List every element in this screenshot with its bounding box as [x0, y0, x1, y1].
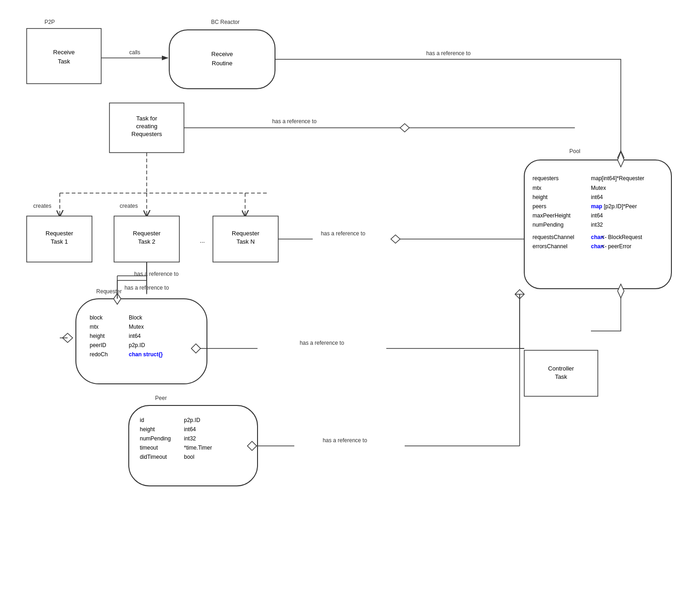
- peer-f3-type: int32: [184, 435, 196, 442]
- req-f3-type: int64: [129, 333, 141, 339]
- peer-f2-type: int64: [184, 426, 196, 433]
- rtn-label2: Task N: [236, 238, 255, 245]
- req-f1-name: block: [90, 314, 103, 321]
- rt1-label2: Task 1: [51, 238, 68, 245]
- pool-f7-type-rest: <- BlockRequest: [602, 234, 642, 240]
- rt2-label1: Requester: [133, 230, 161, 237]
- pool-label: Pool: [569, 148, 580, 154]
- peer-f5-type: bool: [184, 454, 195, 460]
- pool-f4-name: peers: [533, 203, 546, 210]
- peer-f4-type: *time.Timer: [184, 445, 212, 451]
- diamond-3: [391, 235, 400, 243]
- ref-label-routine-pool: has a reference to: [426, 50, 471, 57]
- receive-task-node: [27, 29, 101, 84]
- req-f4-name: peerID: [90, 342, 106, 348]
- receive-routine-node: [169, 30, 275, 89]
- peer-f4-name: timeout: [140, 445, 158, 451]
- peer-f3-name: numPending: [140, 435, 171, 442]
- receive-routine-label2: Routine: [212, 60, 233, 67]
- pool-f4-type-rest: [p2p.ID]*Peer: [604, 203, 637, 210]
- task-creating-label3: Requesters: [132, 131, 162, 137]
- pool-f8-type-rest: <- peerError: [602, 243, 631, 250]
- diagram-container: P2P Receive Task BC Reactor Receive Rout…: [0, 0, 699, 616]
- req-f2-name: mtx: [90, 324, 98, 330]
- receive-task-label: Receive: [53, 49, 75, 56]
- pool-f1-type: map[int64]*Requester: [591, 175, 644, 182]
- req-f2-type: Mutex: [129, 324, 144, 330]
- ctrl-label2: Task: [555, 373, 567, 380]
- pool-f6-name: numPending: [533, 222, 563, 228]
- ctrl-label1: Controller: [548, 365, 574, 372]
- req-f5-type-blue: chan struct{}: [129, 351, 163, 358]
- diamond-2: [400, 124, 409, 132]
- peer-label: Peer: [155, 395, 166, 401]
- pool-f8-name: errorsChannel: [533, 243, 567, 250]
- req-f5-name: redoCh: [90, 351, 108, 358]
- creates-label-1: creates: [33, 203, 51, 209]
- req-to-pool-label: has a reference to: [300, 340, 344, 346]
- creates-label-2: creates: [120, 203, 138, 209]
- pool-f5-name: maxPeerHeight: [533, 212, 571, 219]
- receive-task-label2: Task: [58, 58, 70, 65]
- task-creating-label1: Task for: [136, 115, 157, 122]
- task-creating-label2: creating: [136, 123, 157, 130]
- calls-label: calls: [129, 49, 140, 56]
- rt2-label2: Task 2: [138, 238, 155, 245]
- peer-f2-name: height: [140, 426, 155, 433]
- req-pool-corner: [520, 294, 524, 348]
- pool-f3-name: height: [533, 194, 548, 200]
- peer-f1-type: p2p.ID: [184, 417, 201, 423]
- peer-f5-name: didTimeout: [140, 454, 167, 460]
- req-f1-type: Block: [129, 314, 143, 321]
- dots: ...: [200, 237, 205, 244]
- rtn-label1: Requester: [232, 230, 260, 237]
- receive-routine-label: Receive: [212, 51, 233, 57]
- pool-f5-type: int64: [591, 212, 603, 219]
- ref-arrow-routine-pool: [275, 59, 621, 155]
- rt1-label1: Requester: [46, 230, 74, 237]
- pool-f2-type: Mutex: [591, 185, 606, 191]
- pool-f3-type: int64: [591, 194, 603, 200]
- req-f3-name: height: [90, 333, 105, 339]
- ref-label-rtn-pool: has a reference to: [321, 230, 366, 237]
- bc-reactor-label: BC Reactor: [211, 19, 240, 25]
- peer-f1-name: id: [140, 417, 144, 423]
- requester-node: [76, 299, 207, 384]
- pool-to-ctrl-line: [591, 289, 621, 331]
- pool-f1-name: requesters: [533, 175, 559, 182]
- peer-to-pool-label: has a reference to: [323, 437, 367, 444]
- pool-f4-type-blue: map: [591, 203, 602, 210]
- p2p-label: P2P: [45, 19, 55, 25]
- pool-f6-type: int32: [591, 222, 603, 228]
- req-f4-type: p2p.ID: [129, 342, 145, 348]
- pool-f2-name: mtx: [533, 185, 541, 191]
- pool-f7-name: requestsChannel: [533, 234, 574, 240]
- rt2-ref-label: has a reference to: [134, 271, 179, 277]
- ref-label-task-pool: has a reference to: [272, 118, 317, 125]
